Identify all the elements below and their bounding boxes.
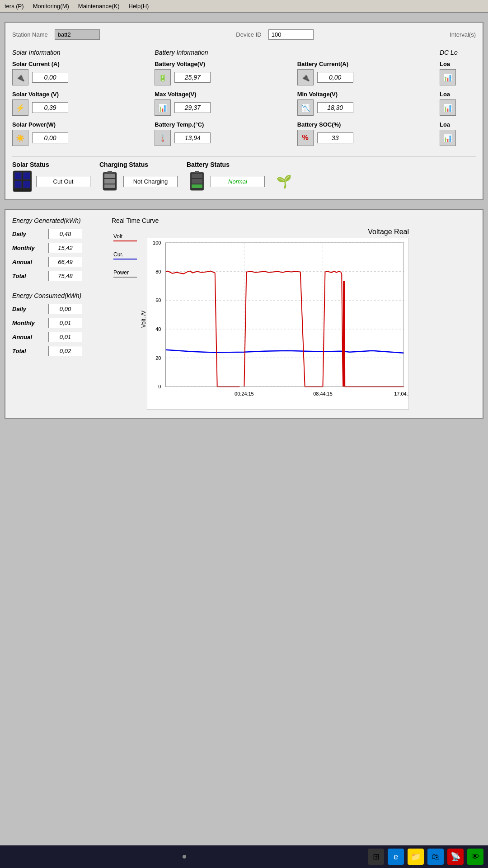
solar-current-icon: 🔌 <box>12 69 28 85</box>
energy-con-daily-label: Daily <box>12 306 44 312</box>
interval-label: Interval(s) <box>450 31 476 38</box>
svg-text:40: 40 <box>155 326 161 332</box>
battery-temp-block: Battery Temp.(°C) 🌡️ 13,94 <box>155 121 292 146</box>
battery-voltage-icon: 🔋 <box>155 69 171 85</box>
battery-temp-label: Battery Temp.(°C) <box>155 121 292 128</box>
solar-current-value: 0,00 <box>32 72 68 83</box>
header-row: Station Name Device ID Interval(s) <box>12 29 476 40</box>
battery-soc-icon: % <box>297 130 314 146</box>
chart-wrapper: Voltage Real <box>147 228 409 411</box>
solar-section: Solar Information Solar Current (A) 🔌 0,… <box>12 49 155 151</box>
menubar: ters (P) Monitoring(M) Maintenance(K) He… <box>0 0 488 13</box>
menu-monitoring[interactable]: Monitoring(M) <box>33 3 69 9</box>
power-button[interactable]: Power <box>112 269 139 278</box>
volt-button[interactable]: Volt <box>112 232 139 242</box>
energy-con-total-row: Total 0,02 <box>12 346 103 356</box>
energy-con-total-label: Total <box>12 348 44 354</box>
solar-status-block: Solar Status Cut Out <box>12 161 90 193</box>
solar-voltage-block: Solar Voltage (V) ⚡ 0,39 <box>12 91 150 116</box>
energy-gen-daily-value: 0,48 <box>48 229 82 239</box>
svg-rect-6 <box>104 174 115 178</box>
battery-voltage-value: 25,97 <box>174 72 211 83</box>
y-axis-label: Volt, /V <box>139 311 147 328</box>
dc-load2-icon: 📊 <box>440 99 456 116</box>
energy-con-annual-label: Annual <box>12 334 44 340</box>
solar-status-label: Solar Status <box>12 161 49 168</box>
battery-max-voltage-block: Max Voltage(V) 📊 29,37 <box>155 91 292 116</box>
battery-current-value: 0,00 <box>317 72 353 83</box>
battery-voltage-label: Battery Voltage(V) <box>155 61 292 67</box>
energy-con-total-value: 0,02 <box>48 346 82 356</box>
battery-max-icon: 📊 <box>155 99 171 116</box>
battery-temp-value: 13,94 <box>174 132 211 143</box>
taskbar: ⊞ e 📁 🛍 📡 👁 <box>0 845 488 868</box>
energy-con-annual-row: Annual 0,01 <box>12 332 103 342</box>
svg-text:60: 60 <box>155 297 161 303</box>
energy-gen-total-value: 75,48 <box>48 271 82 281</box>
station-name-input[interactable] <box>55 29 100 40</box>
svg-rect-9 <box>108 171 112 173</box>
dc-load1-icon: 📊 <box>440 69 456 85</box>
battery-min-icon: 📉 <box>297 99 314 116</box>
energy-section: Energy Generated(kWh) Daily 0,48 Monthly… <box>12 217 103 411</box>
chart-controls: Volt Cur. Power <box>112 228 139 411</box>
energy-gen-daily-label: Daily <box>12 231 44 237</box>
battery-current-label: Battery Current(A) <box>297 61 435 67</box>
chart-svg: 100 80 60 40 20 0 00:24:15 08:44:15 17:0… <box>147 238 409 410</box>
energy-gen-annual-row: Annual 66,49 <box>12 257 103 267</box>
svg-text:08:44:15: 08:44:15 <box>313 391 333 396</box>
charging-status-value: Not Charging <box>123 176 178 187</box>
svg-text:20: 20 <box>155 355 161 361</box>
svg-rect-2 <box>23 172 30 179</box>
energy-generated-title: Energy Generated(kWh) <box>12 217 103 224</box>
taskbar-edge-icon[interactable]: e <box>388 849 404 865</box>
plant-status-label <box>274 161 276 168</box>
energy-con-daily-row: Daily 0,00 <box>12 304 103 314</box>
svg-rect-13 <box>192 184 202 188</box>
svg-text:100: 100 <box>153 240 161 245</box>
svg-text:0: 0 <box>158 384 161 389</box>
taskbar-explorer-icon[interactable]: 📁 <box>408 849 424 865</box>
bottom-window: Energy Generated(kWh) Daily 0,48 Monthly… <box>5 209 483 419</box>
energy-con-annual-value: 0,01 <box>48 332 82 342</box>
battery-min-voltage-label: Min Voltage(V) <box>297 91 435 98</box>
device-id-input[interactable] <box>268 29 314 40</box>
device-id-label: Device ID <box>236 31 261 38</box>
chart-title: Real Time Curve <box>112 217 476 224</box>
taskbar-dot <box>183 855 186 859</box>
solar-power-icon: ☀️ <box>12 130 28 146</box>
menu-parameters[interactable]: ters (P) <box>5 3 24 9</box>
battery-soc-value: 33 <box>317 132 353 143</box>
energy-con-monthly-value: 0,01 <box>48 318 82 328</box>
energy-con-monthly-row: Monthly 0,01 <box>12 318 103 328</box>
svg-text:17:04:15: 17:04:15 <box>394 391 409 396</box>
solar-current-block: Solar Current (A) 🔌 0,00 <box>12 61 150 85</box>
svg-rect-3 <box>14 181 22 188</box>
svg-rect-15 <box>165 243 404 387</box>
plant-status-block: 🌱 <box>274 161 294 193</box>
menu-maintenance[interactable]: Maintenance(K) <box>78 3 120 9</box>
taskbar-windows-icon[interactable]: ⊞ <box>368 849 384 865</box>
taskbar-app1-icon[interactable]: 📡 <box>447 849 464 865</box>
solar-power-value: 0,00 <box>32 132 68 143</box>
battery-min-voltage-block: Min Voltage(V) 📉 18,30 <box>297 91 435 116</box>
solar-voltage-value: 0,39 <box>32 102 68 113</box>
solar-power-label: Solar Power(W) <box>12 121 150 128</box>
taskbar-app2-icon[interactable]: 👁 <box>467 849 483 865</box>
battery-status-block: Battery Status Normal <box>187 161 265 193</box>
solar-voltage-label: Solar Voltage (V) <box>12 91 150 98</box>
solar-title: Solar Information <box>12 49 150 56</box>
charging-status-block: Charging Status Not Charging <box>99 161 178 193</box>
dc-load1-label: Loa <box>440 61 471 67</box>
menu-help[interactable]: Help(H) <box>129 3 149 9</box>
battery-status-value: Normal <box>211 176 265 187</box>
svg-text:00:24:15: 00:24:15 <box>235 391 254 396</box>
cur-button[interactable]: Cur. <box>112 250 139 260</box>
svg-rect-1 <box>14 172 22 179</box>
energy-gen-total-row: Total 75,48 <box>12 271 103 281</box>
taskbar-store-icon[interactable]: 🛍 <box>427 849 444 865</box>
svg-rect-8 <box>104 184 115 188</box>
battery-soc-label: Battery SOC(%) <box>297 121 435 128</box>
svg-rect-14 <box>195 171 199 173</box>
battery-soc-block: Battery SOC(%) % 33 <box>297 121 435 146</box>
